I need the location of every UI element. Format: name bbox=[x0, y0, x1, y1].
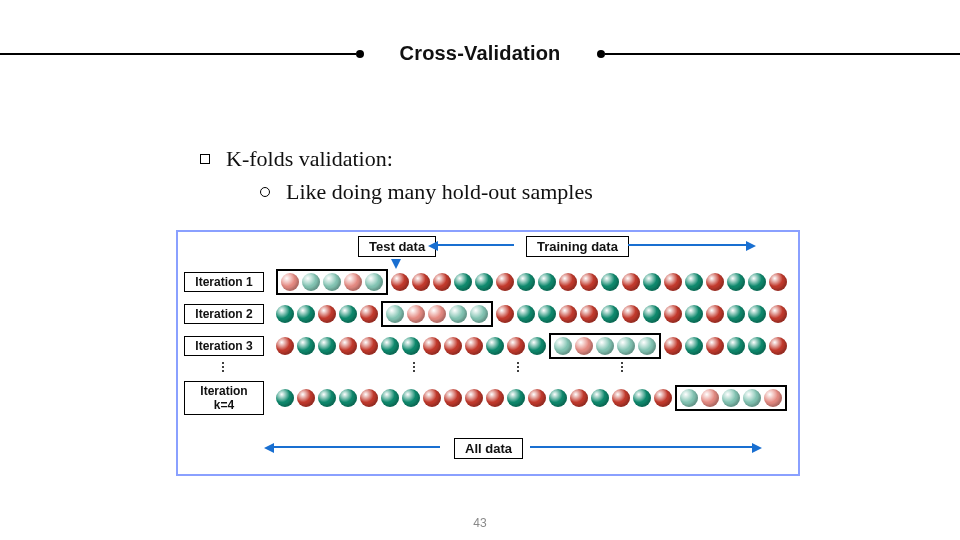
data-ball-icon bbox=[706, 337, 724, 355]
data-ball-icon bbox=[528, 389, 546, 407]
data-ball-icon bbox=[617, 337, 635, 355]
data-ball-icon bbox=[297, 389, 315, 407]
ball-strip bbox=[276, 333, 787, 359]
data-ball-icon bbox=[559, 273, 577, 291]
data-ball-icon bbox=[423, 389, 441, 407]
data-ball-icon bbox=[538, 273, 556, 291]
data-ball-icon bbox=[302, 273, 320, 291]
slide-title: Cross-Validation bbox=[364, 42, 597, 65]
all-data-row: All data bbox=[178, 414, 798, 460]
data-ball-icon bbox=[318, 305, 336, 323]
ellipsis-row bbox=[178, 362, 798, 382]
arrow-down-icon bbox=[391, 259, 401, 269]
data-ball-icon bbox=[475, 273, 493, 291]
data-ball-icon bbox=[706, 273, 724, 291]
data-ball-icon bbox=[538, 305, 556, 323]
data-ball-icon bbox=[706, 305, 724, 323]
data-ball-icon bbox=[496, 305, 514, 323]
data-ball-icon bbox=[664, 337, 682, 355]
data-ball-icon bbox=[596, 337, 614, 355]
ball-strip bbox=[276, 385, 787, 411]
data-ball-icon bbox=[444, 389, 462, 407]
data-ball-icon bbox=[470, 305, 488, 323]
bullet-sub-text: Like doing many hold-out samples bbox=[286, 175, 593, 208]
data-ball-icon bbox=[433, 273, 451, 291]
circle-bullet-icon bbox=[260, 187, 270, 197]
test-fold-box bbox=[549, 333, 661, 359]
data-ball-icon bbox=[685, 273, 703, 291]
data-ball-icon bbox=[727, 305, 745, 323]
arrow-right-icon bbox=[530, 446, 754, 448]
data-ball-icon bbox=[360, 305, 378, 323]
training-data-label: Training data bbox=[526, 236, 629, 257]
data-ball-icon bbox=[360, 337, 378, 355]
data-ball-icon bbox=[638, 337, 656, 355]
data-ball-icon bbox=[727, 337, 745, 355]
square-bullet-icon bbox=[200, 154, 210, 164]
dot-icon bbox=[356, 50, 364, 58]
data-ball-icon bbox=[365, 273, 383, 291]
data-ball-icon bbox=[643, 273, 661, 291]
data-ball-icon bbox=[764, 389, 782, 407]
data-ball-icon bbox=[496, 273, 514, 291]
data-ball-icon bbox=[276, 389, 294, 407]
data-ball-icon bbox=[559, 305, 577, 323]
data-ball-icon bbox=[402, 337, 420, 355]
iteration-label: Iteration k=4 bbox=[184, 381, 264, 415]
bullet-main: K-folds validation: bbox=[200, 142, 880, 175]
data-ball-icon bbox=[339, 389, 357, 407]
data-ball-icon bbox=[339, 305, 357, 323]
data-ball-icon bbox=[769, 337, 787, 355]
data-ball-icon bbox=[318, 389, 336, 407]
data-ball-icon bbox=[528, 337, 546, 355]
all-data-label: All data bbox=[454, 438, 523, 459]
data-ball-icon bbox=[276, 337, 294, 355]
data-ball-icon bbox=[297, 305, 315, 323]
data-ball-icon bbox=[622, 273, 640, 291]
data-ball-icon bbox=[580, 305, 598, 323]
arrow-left-icon bbox=[272, 446, 440, 448]
data-ball-icon bbox=[276, 305, 294, 323]
data-ball-icon bbox=[743, 389, 761, 407]
rule-right bbox=[605, 53, 960, 55]
data-ball-icon bbox=[622, 305, 640, 323]
data-ball-icon bbox=[580, 273, 598, 291]
data-ball-icon bbox=[323, 273, 341, 291]
data-ball-icon bbox=[664, 273, 682, 291]
iteration-label: Iteration 1 bbox=[184, 272, 264, 292]
bullet-sub: Like doing many hold-out samples bbox=[260, 175, 880, 208]
title-bar: Cross-Validation bbox=[0, 42, 960, 65]
iteration-row: Iteration 2 bbox=[178, 298, 798, 330]
data-ball-icon bbox=[339, 337, 357, 355]
arrow-left-icon bbox=[436, 244, 514, 246]
test-data-label: Test data bbox=[358, 236, 436, 257]
data-ball-icon bbox=[297, 337, 315, 355]
data-ball-icon bbox=[612, 389, 630, 407]
iteration-label: Iteration 3 bbox=[184, 336, 264, 356]
body-content: K-folds validation: Like doing many hold… bbox=[200, 142, 880, 208]
data-ball-icon bbox=[407, 305, 425, 323]
iteration-row: Iteration 1 bbox=[178, 266, 798, 298]
dot-icon bbox=[597, 50, 605, 58]
data-ball-icon bbox=[517, 273, 535, 291]
data-ball-icon bbox=[748, 337, 766, 355]
bullet-main-text: K-folds validation: bbox=[226, 142, 393, 175]
data-ball-icon bbox=[444, 337, 462, 355]
iteration-row: Iteration 3 bbox=[178, 330, 798, 362]
data-ball-icon bbox=[486, 389, 504, 407]
data-ball-icon bbox=[428, 305, 446, 323]
data-ball-icon bbox=[402, 389, 420, 407]
data-ball-icon bbox=[381, 337, 399, 355]
data-ball-icon bbox=[507, 337, 525, 355]
data-ball-icon bbox=[769, 305, 787, 323]
data-ball-icon bbox=[722, 389, 740, 407]
data-ball-icon bbox=[685, 305, 703, 323]
data-ball-icon bbox=[423, 337, 441, 355]
data-ball-icon bbox=[701, 389, 719, 407]
page-number: 43 bbox=[0, 516, 960, 530]
test-fold-box bbox=[381, 301, 493, 327]
arrow-right-icon bbox=[628, 244, 748, 246]
ball-strip bbox=[276, 301, 787, 327]
kfold-diagram: Test data Training data Iteration 1Itera… bbox=[176, 230, 800, 476]
data-ball-icon bbox=[507, 389, 525, 407]
